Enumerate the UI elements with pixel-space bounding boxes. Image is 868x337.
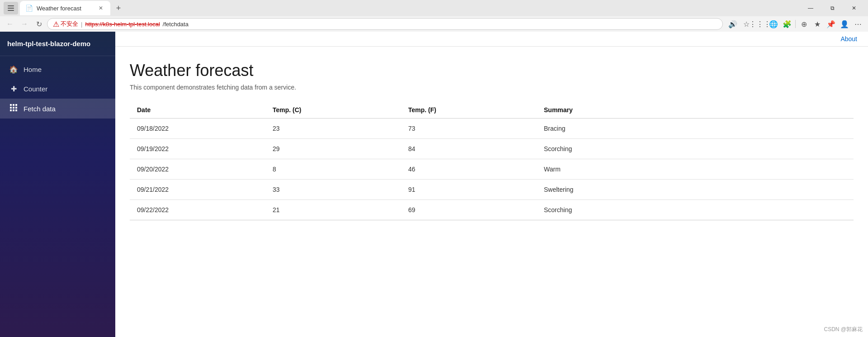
cell-tempc-0: 23 — [265, 119, 401, 139]
svg-rect-9 — [10, 109, 12, 111]
profile-icon[interactable]: 👤 — [838, 18, 851, 30]
sidebar: helm-tpl-test-blazor-demo 🏠 Home ✚ Count… — [0, 32, 115, 337]
window-controls: — ⧉ ✕ — [800, 1, 864, 15]
cell-date-3: 09/21/2022 — [130, 180, 265, 200]
sidebar-label-fetchdata: Fetch data — [24, 105, 56, 113]
cell-summary-4: Scorching — [537, 200, 854, 220]
sidebar-label-counter: Counter — [24, 85, 47, 93]
weather-table: Date Temp. (C) Temp. (F) Summary 09/18/2… — [130, 102, 854, 220]
sidebar-item-counter[interactable]: ✚ Counter — [0, 79, 115, 99]
sidebar-label-home: Home — [24, 66, 42, 73]
collections-icon[interactable]: ⊕ — [797, 18, 810, 30]
cell-summary-0: Bracing — [537, 119, 854, 139]
plus-icon: ✚ — [9, 85, 18, 93]
cell-tempf-4: 69 — [401, 200, 537, 220]
toolbar-icons: 🔊 ☆ ⋮⋮⋮ 🌐 🧩 ⊕ ★ 📌 👤 ⋯ — [726, 18, 864, 30]
cell-tempf-1: 84 — [401, 139, 537, 159]
restore-button[interactable]: ⧉ — [822, 1, 843, 15]
cell-tempf-0: 73 — [401, 119, 537, 139]
insecure-warning: ⚠ 不安全 — [53, 20, 78, 28]
sidebar-item-home[interactable]: 🏠 Home — [0, 60, 115, 79]
table-row: 09/20/2022 8 46 Warm — [130, 159, 854, 180]
table-row: 09/18/2022 23 73 Bracing — [130, 119, 854, 139]
cell-tempf-3: 91 — [401, 180, 537, 200]
svg-rect-4 — [13, 104, 14, 106]
svg-rect-7 — [13, 107, 14, 109]
svg-rect-6 — [10, 107, 12, 109]
col-header-date: Date — [130, 102, 265, 119]
minimize-button[interactable]: — — [800, 1, 821, 15]
home-icon: 🏠 — [9, 65, 18, 74]
apps-icon[interactable]: ⋮⋮⋮ — [754, 18, 766, 30]
url-separator: | — [81, 21, 82, 28]
url-host: https://k8s-helm-tpl-test.local — [85, 21, 160, 28]
page-subtitle: This component demonstrates fetching dat… — [130, 84, 854, 91]
cell-tempc-3: 33 — [265, 180, 401, 200]
refresh-button[interactable]: ↻ — [33, 18, 45, 30]
svg-rect-8 — [15, 107, 17, 109]
svg-rect-1 — [8, 8, 14, 9]
main-content: About Weather forecast This component de… — [115, 32, 868, 337]
page-title: Weather forecast — [130, 61, 854, 80]
url-bar[interactable]: ⚠ 不安全 | https://k8s-helm-tpl-test.local … — [47, 18, 723, 30]
new-tab-button[interactable]: + — [112, 2, 125, 14]
table-header-row: Date Temp. (C) Temp. (F) Summary — [130, 102, 854, 119]
svg-rect-2 — [8, 10, 14, 11]
table-row: 09/22/2022 21 69 Scorching — [130, 200, 854, 220]
cell-summary-1: Scorching — [537, 139, 854, 159]
cell-tempc-2: 8 — [265, 159, 401, 180]
svg-rect-10 — [13, 109, 14, 111]
extensions-icon[interactable]: 🧩 — [781, 18, 793, 30]
cell-date-4: 09/22/2022 — [130, 200, 265, 220]
browser-essentials-icon[interactable]: 🌐 — [767, 18, 780, 30]
tab-title: Weather forecast — [37, 5, 81, 12]
tab-bar: 📄 Weather forecast ✕ + — ⧉ ✕ — [0, 0, 868, 16]
footer-watermark: CSDN @郭麻花 — [824, 326, 863, 333]
back-button[interactable]: ← — [4, 18, 16, 30]
table-body: 09/18/2022 23 73 Bracing 09/19/2022 29 8… — [130, 119, 854, 220]
grid-icon — [9, 104, 18, 113]
settings-icon[interactable]: ⋯ — [852, 18, 864, 30]
cell-summary-3: Sweltering — [537, 180, 854, 200]
tab-favicon: 📄 — [25, 5, 33, 12]
content-body: Weather forecast This component demonstr… — [115, 47, 868, 337]
svg-rect-5 — [15, 104, 17, 106]
table-header: Date Temp. (C) Temp. (F) Summary — [130, 102, 854, 119]
svg-rect-0 — [8, 5, 14, 6]
col-header-summary: Summary — [537, 102, 854, 119]
tab-close-button[interactable]: ✕ — [97, 4, 105, 12]
forward-button[interactable]: → — [18, 18, 31, 30]
col-header-tempf: Temp. (F) — [401, 102, 537, 119]
cell-date-2: 09/20/2022 — [130, 159, 265, 180]
top-bar: About — [115, 32, 868, 47]
insecure-label: 不安全 — [61, 20, 78, 28]
svg-rect-11 — [15, 109, 17, 111]
col-header-tempc: Temp. (C) — [265, 102, 401, 119]
sidebar-app-title: helm-tpl-test-blazor-demo — [0, 32, 115, 56]
browser-chrome: 📄 Weather forecast ✕ + — ⧉ ✕ ← → ↻ ⚠ 不安全… — [0, 0, 868, 32]
address-bar: ← → ↻ ⚠ 不安全 | https://k8s-helm-tpl-test.… — [0, 16, 868, 32]
close-button[interactable]: ✕ — [844, 1, 864, 15]
sidebar-toggle-icon[interactable] — [4, 2, 18, 14]
sidebar-item-fetchdata[interactable]: Fetch data — [0, 99, 115, 119]
cell-date-0: 09/18/2022 — [130, 119, 265, 139]
cell-summary-2: Warm — [537, 159, 854, 180]
active-tab[interactable]: 📄 Weather forecast ✕ — [20, 1, 110, 15]
url-path: /fetchdata — [163, 21, 189, 28]
table-row: 09/21/2022 33 91 Sweltering — [130, 180, 854, 200]
table-row: 09/19/2022 29 84 Scorching — [130, 139, 854, 159]
about-link[interactable]: About — [840, 35, 857, 43]
sidebar-nav: 🏠 Home ✚ Counter — [0, 56, 115, 122]
favorites-star-icon[interactable]: ★ — [811, 18, 824, 30]
add-to-sidebar-icon[interactable]: 📌 — [825, 18, 837, 30]
app-container: helm-tpl-test-blazor-demo 🏠 Home ✚ Count… — [0, 32, 868, 337]
read-aloud-icon[interactable]: 🔊 — [726, 18, 739, 30]
cell-date-1: 09/19/2022 — [130, 139, 265, 159]
cell-tempc-4: 21 — [265, 200, 401, 220]
cell-tempc-1: 29 — [265, 139, 401, 159]
toolbar-divider — [795, 20, 796, 28]
svg-rect-3 — [10, 104, 12, 106]
cell-tempf-2: 46 — [401, 159, 537, 180]
